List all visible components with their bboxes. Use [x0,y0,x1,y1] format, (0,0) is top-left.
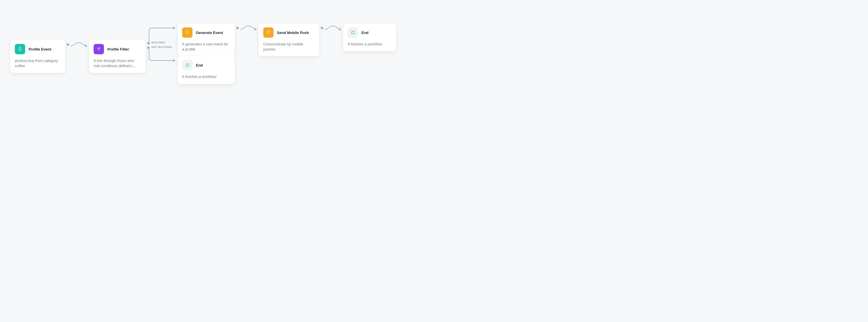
node-title: Send Mobile Push [277,31,309,35]
connector-dot[interactable] [67,43,69,46]
generate-event-icon [182,27,192,38]
node-end-bottom[interactable]: End It finishes a workflow [178,56,235,84]
node-send-mobile-push[interactable]: Send Mobile Push Communicate by mobile p… [259,23,319,56]
connector [325,25,341,31]
node-end-top[interactable]: End It finishes a workflow [343,23,396,52]
end-icon [348,27,358,38]
node-title: Generate Event [196,31,223,35]
node-desc: It finishes a workflow [182,74,230,79]
node-title: End [196,63,203,67]
node-desc: Communicate by mobile pushes [263,42,315,52]
bell-icon [15,44,25,54]
connector-dot[interactable] [237,27,239,29]
node-desc: It finishes a workflow [348,42,392,47]
connector [149,48,177,61]
workflow-canvas[interactable]: Profile Event product.buy from category … [0,0,434,161]
connector-dot[interactable] [321,27,323,29]
svg-rect-0 [268,31,269,34]
connector [240,25,256,31]
connector-dot[interactable] [147,46,150,49]
node-profile-event[interactable]: Profile Event product.buy from category … [10,40,65,73]
node-desc: product.buy from category coffee [15,58,61,68]
svg-rect-2 [186,64,189,66]
filter-icon [94,44,104,54]
mobile-push-icon [263,27,274,38]
svg-rect-1 [352,31,354,34]
node-title: End [362,31,369,35]
node-title: Profile Event [29,47,51,52]
node-desc: It generates a new event for a profile [182,42,230,52]
branch-label-not-matched: NOT MATCHED [151,46,172,49]
connector [71,42,87,48]
node-desc: It lets through those who met conditions… [94,58,141,68]
node-profile-filter[interactable]: Profile Filter It lets through those who… [89,40,146,73]
node-generate-event[interactable]: Generate Event It generates a new event … [178,23,235,56]
node-title: Profile Filter [107,47,129,52]
connector-dot[interactable] [147,42,150,44]
end-icon [182,60,192,70]
branch-label-matched: MATCHED [151,41,165,44]
